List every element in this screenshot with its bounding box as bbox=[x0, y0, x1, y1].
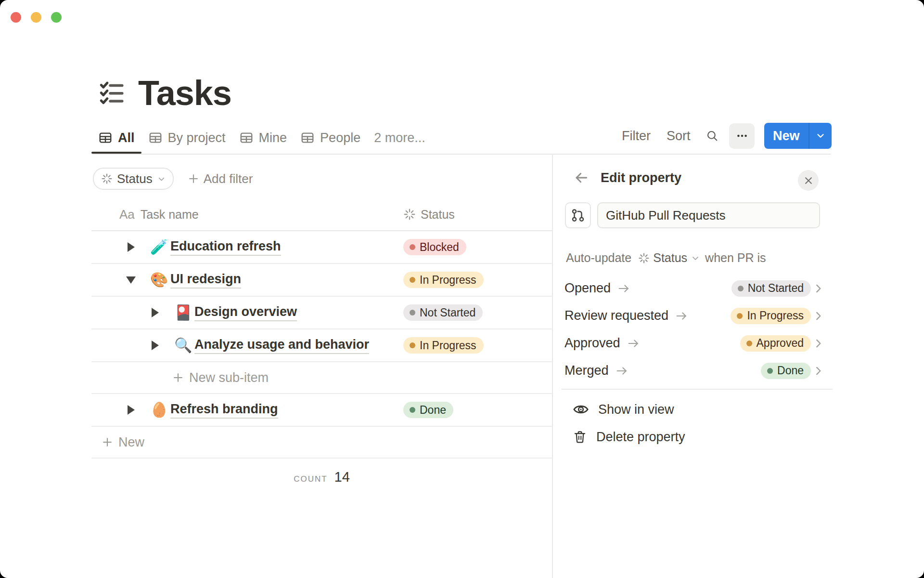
mapped-status-select[interactable]: In Progress bbox=[731, 308, 811, 324]
status-cell[interactable]: In Progress bbox=[403, 337, 484, 354]
tab-people[interactable]: People bbox=[294, 123, 367, 153]
minimize-window-button[interactable] bbox=[31, 12, 41, 23]
table-view-icon bbox=[239, 131, 254, 145]
status-cell[interactable]: In Progress bbox=[403, 272, 484, 288]
plus-icon bbox=[187, 172, 200, 185]
tab-all[interactable]: All bbox=[91, 123, 141, 153]
row-expand-toggle[interactable] bbox=[150, 308, 160, 317]
status-filter-chip[interactable]: Status bbox=[93, 168, 174, 190]
view-tabs: All By project M bbox=[91, 123, 432, 153]
task-emoji-icon: 🔍 bbox=[174, 338, 192, 353]
sort-button[interactable]: Sort bbox=[667, 129, 692, 144]
status-label: Done bbox=[777, 364, 804, 377]
mapped-status-select[interactable]: Not Started bbox=[732, 280, 811, 297]
new-row-label: New bbox=[118, 435, 144, 450]
chevron-down-icon bbox=[691, 253, 700, 263]
row-expand-toggle[interactable] bbox=[126, 242, 136, 252]
tabs-more-button[interactable]: 2 more... bbox=[367, 123, 432, 153]
plus-icon bbox=[101, 436, 114, 448]
task-title-link[interactable]: Education refresh bbox=[170, 239, 281, 256]
new-sub-item-label: New sub-item bbox=[189, 370, 269, 385]
new-button[interactable]: New bbox=[764, 123, 808, 149]
panel-header: Edit property bbox=[574, 170, 681, 185]
task-title-link[interactable]: UI redesign bbox=[170, 272, 241, 289]
column-header-status-label: Status bbox=[421, 208, 455, 222]
mapped-status-select[interactable]: Approved bbox=[740, 335, 811, 352]
status-mapping-list: Opened Not Started Review requ bbox=[565, 275, 824, 384]
table-view-icon bbox=[148, 131, 163, 145]
chevron-right-icon[interactable] bbox=[812, 337, 824, 350]
new-sub-item-button[interactable]: New sub-item bbox=[91, 362, 552, 394]
auto-update-prefix: Auto-update bbox=[566, 251, 631, 265]
eye-icon bbox=[573, 401, 589, 418]
row-collapse-toggle[interactable] bbox=[126, 276, 136, 284]
task-title-link[interactable]: Design overview bbox=[194, 304, 297, 321]
property-icon-button[interactable] bbox=[565, 202, 591, 228]
status-label: Approved bbox=[757, 337, 804, 350]
zoom-window-button[interactable] bbox=[51, 12, 62, 23]
property-name-input[interactable] bbox=[597, 202, 820, 228]
tab-label: By project bbox=[168, 131, 226, 145]
search-icon[interactable] bbox=[706, 129, 719, 143]
new-row-button[interactable]: New bbox=[91, 427, 552, 459]
ellipsis-icon bbox=[736, 130, 748, 142]
more-options-button[interactable] bbox=[729, 123, 755, 149]
arrow-right-icon bbox=[675, 309, 688, 323]
pr-event-label: Review requested bbox=[565, 308, 668, 323]
task-title-link[interactable]: Analyze usage and behavior bbox=[194, 337, 369, 354]
row-expand-toggle[interactable] bbox=[150, 341, 160, 350]
tab-by-project[interactable]: By project bbox=[141, 123, 232, 153]
new-button-dropdown[interactable] bbox=[808, 123, 832, 149]
count-value: 14 bbox=[334, 469, 350, 485]
status-label: In Progress bbox=[420, 274, 476, 287]
new-button-group: New bbox=[764, 123, 832, 149]
table-row: 🎨 UI redesign In Progress bbox=[91, 264, 552, 297]
add-filter-button[interactable]: Add filter bbox=[187, 171, 253, 186]
table-row: 🔍 Analyze usage and behavior In Progress bbox=[91, 329, 552, 362]
pull-request-icon bbox=[571, 208, 585, 223]
close-icon bbox=[804, 176, 813, 185]
page-title-row: Tasks bbox=[98, 73, 231, 113]
count-label: COUNT bbox=[294, 474, 327, 484]
column-header-status[interactable]: Status bbox=[403, 208, 455, 222]
status-property-icon bbox=[638, 252, 650, 264]
edit-property-panel: Edit property Auto-update bbox=[552, 155, 924, 578]
chevron-down-icon bbox=[815, 131, 826, 141]
status-label: In Progress bbox=[420, 339, 476, 352]
window-controls bbox=[11, 12, 62, 23]
status-filter-label: Status bbox=[117, 171, 153, 186]
status-property-icon bbox=[403, 208, 416, 221]
pr-event-label: Approved bbox=[565, 336, 620, 351]
panel-section-divider bbox=[562, 389, 833, 390]
table-footer-count[interactable]: COUNT 14 bbox=[91, 459, 552, 500]
close-panel-button[interactable] bbox=[798, 170, 819, 191]
status-cell[interactable]: Not Started bbox=[403, 304, 483, 321]
status-property-icon bbox=[101, 173, 113, 184]
table-row: 🧪 Education refresh Blocked bbox=[91, 231, 552, 264]
show-in-view-label: Show in view bbox=[598, 402, 674, 417]
filter-button[interactable]: Filter bbox=[622, 129, 652, 144]
column-header-task-name[interactable]: Task name bbox=[141, 208, 199, 222]
delete-property-button[interactable]: Delete property bbox=[573, 425, 685, 448]
status-label: Not Started bbox=[420, 306, 475, 319]
status-dot bbox=[737, 313, 743, 319]
status-cell[interactable]: Blocked bbox=[403, 239, 466, 255]
back-arrow-icon[interactable] bbox=[574, 170, 590, 185]
show-in-view-button[interactable]: Show in view bbox=[573, 398, 674, 421]
task-emoji-icon: 🧪 bbox=[150, 240, 167, 254]
row-expand-toggle[interactable] bbox=[126, 405, 136, 415]
chevron-right-icon[interactable] bbox=[812, 310, 824, 322]
auto-update-property-select[interactable]: Status bbox=[638, 251, 700, 265]
task-emoji-icon: 🎴 bbox=[174, 305, 192, 320]
trash-icon bbox=[573, 430, 587, 444]
status-cell[interactable]: Done bbox=[403, 402, 453, 418]
chevron-right-icon[interactable] bbox=[812, 365, 824, 377]
tab-mine[interactable]: Mine bbox=[232, 123, 294, 153]
close-window-button[interactable] bbox=[11, 12, 21, 23]
property-name-row bbox=[565, 202, 820, 228]
chevron-right-icon[interactable] bbox=[812, 282, 824, 295]
tasks-table: Aa Task name Status 🧪 Education refresh bbox=[91, 198, 552, 500]
auto-update-suffix: when PR is bbox=[705, 251, 766, 265]
task-title-link[interactable]: Refresh branding bbox=[170, 402, 278, 419]
mapped-status-select[interactable]: Done bbox=[761, 363, 811, 379]
